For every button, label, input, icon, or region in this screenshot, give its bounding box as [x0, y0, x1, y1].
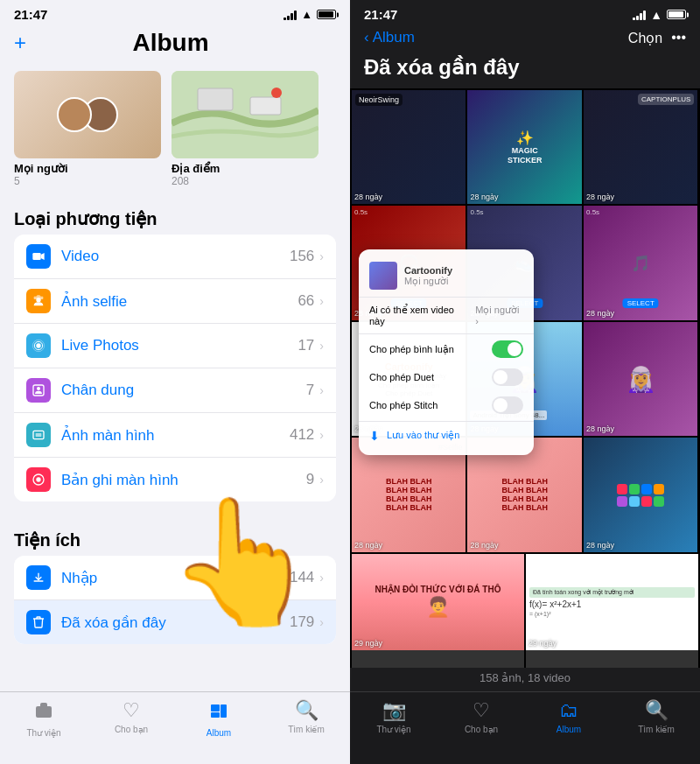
svg-rect-19	[220, 704, 227, 718]
video-album-item[interactable]: Video 156 ›	[14, 235, 336, 279]
photo-thumb: BLAH BLAHBLAH BLAHBLAH BLAHBLAH BLAH #Se…	[352, 438, 466, 551]
search-tab-icon: 🔍	[295, 699, 318, 722]
places-thumbnail	[172, 71, 318, 158]
days-badge: 28 ngày	[470, 193, 498, 201]
for-you-tab[interactable]: ♡ Cho bạn	[88, 699, 175, 734]
right-album-tab[interactable]: 🗂 Album	[525, 699, 612, 734]
import-chevron-icon: ›	[319, 571, 324, 585]
left-header-title: Album	[26, 29, 315, 57]
screen-recordings-chevron-icon: ›	[319, 473, 324, 487]
popup-video-thumbnail	[369, 262, 397, 290]
days-badge: 28 ngày	[586, 424, 614, 433]
album-tab[interactable]: Album	[175, 699, 262, 738]
popup-comments-toggle[interactable]	[492, 340, 523, 358]
photo-thumb: 🧝‍♀️ 28 ngày	[584, 322, 697, 436]
video-icon	[26, 244, 51, 269]
selfie-count: 66	[298, 292, 314, 310]
cartoonify-popup: Cartoonify Mọi người Ai có thể xem video…	[359, 249, 534, 455]
live-photos-album-item[interactable]: Live Photos 17 ›	[14, 324, 336, 368]
photos-count: 158 ảnh, 18 video	[350, 668, 700, 691]
photo-thumb: CAPTIONPLUS 28 ngày	[584, 90, 697, 204]
popup-who-value: Mọi người ›	[475, 305, 523, 326]
screen-recordings-count: 9	[306, 471, 314, 488]
screen-recordings-album-item[interactable]: Bản ghi màn hình 9 ›	[14, 458, 336, 501]
svg-marker-5	[41, 253, 45, 260]
right-search-tab[interactable]: 🔍 Tìm kiếm	[612, 699, 700, 734]
popup-save-icon: ⬇	[369, 429, 380, 443]
people-album[interactable]: Mọi người 5	[14, 71, 161, 187]
portrait-chevron-icon: ›	[319, 383, 324, 397]
search-tab[interactable]: 🔍 Tìm kiếm	[262, 699, 350, 734]
right-tab-bar: 📷 Thư viện ♡ Cho bạn 🗂 Album 🔍 Tìm kiếm	[350, 691, 700, 764]
popup-stitch-toggle[interactable]	[492, 396, 523, 414]
photo-cell[interactable]: 28 ngày	[584, 438, 697, 551]
photo-cell[interactable]: NHẬN ĐÒI THỨC VỚI ĐÁ THÔ 🧑‍🦱 29 ngày	[352, 554, 524, 668]
right-status-bar: 21:47 ▲	[350, 0, 700, 25]
recently-deleted-chevron-icon: ›	[319, 615, 324, 629]
svg-rect-17	[211, 704, 220, 711]
more-button[interactable]: •••	[671, 30, 686, 46]
svg-point-15	[36, 477, 40, 481]
photo-cell[interactable]: 🧝‍♀️ 28 ngày	[584, 322, 697, 436]
svg-rect-2	[250, 97, 281, 115]
places-album[interactable]: Địa điểm 208	[172, 71, 318, 187]
popup-allow-comments[interactable]: Cho phép bình luận	[359, 335, 534, 363]
days-badge: 28 ngày	[586, 193, 614, 201]
photo-row: NeoirSwing 28 ngày ✨ MAGICSTICKER 28 ngà…	[352, 90, 698, 204]
wifi-icon: ▲	[301, 8, 312, 21]
battery-icon	[317, 10, 336, 19]
popup-save-label: Lưu vào thư viện	[387, 430, 459, 441]
popup-stitch-label: Cho phép Stitch	[369, 400, 438, 410]
back-button[interactable]: ‹ Album	[364, 29, 415, 46]
recently-deleted-icon	[26, 610, 51, 634]
photo-thumb: 🎵 SELECT 0.5s 28 ngày	[584, 206, 697, 319]
recently-deleted-album-item[interactable]: Đã xóa gần đây 179 ›	[14, 600, 336, 644]
days-badge: 28 ngày	[354, 541, 382, 550]
library-tab[interactable]: Thư viện	[0, 699, 88, 738]
photo-cell[interactable]: NeoirSwing 28 ngày	[352, 90, 466, 204]
portrait-album-item[interactable]: Chân dung 7 ›	[14, 368, 336, 413]
selfie-chevron-icon: ›	[319, 294, 324, 308]
photo-cell[interactable]: BLAH BLAHBLAH BLAHBLAH BLAHBLAH BLAH 28 …	[467, 438, 581, 551]
photo-thumb: NeoirSwing 28 ngày	[352, 90, 466, 204]
photo-cell[interactable]: Đã tính toán xong với một trường mới f(x…	[526, 554, 698, 668]
right-for-you-tab-icon: ♡	[472, 699, 490, 722]
popup-save-row[interactable]: ⬇ Lưu vào thư viện	[359, 424, 534, 448]
svg-rect-18	[211, 712, 220, 718]
popup-allow-stitch[interactable]: Cho phép Stitch	[359, 391, 534, 419]
left-header: + Album	[0, 25, 350, 64]
people-album-count: 5	[14, 175, 20, 187]
popup-who-can-watch[interactable]: Ai có thể xem video này Mọi người ›	[359, 299, 534, 332]
screenshots-album-item[interactable]: Ảnh màn hình 412 ›	[14, 413, 336, 458]
photo-cell[interactable]: CAPTIONPLUS 28 ngày	[584, 90, 697, 204]
right-header: ‹ Album Chọn •••	[350, 25, 700, 53]
photo-cell[interactable]: ✨ MAGICSTICKER 28 ngày	[467, 90, 581, 204]
select-button[interactable]: Chọn	[628, 30, 662, 46]
right-library-tab[interactable]: 📷 Thư viện	[350, 699, 438, 734]
signal-icon	[284, 10, 297, 20]
left-scroll-area: Mọi người 5 Địa điểm 208	[0, 64, 350, 691]
popup-video-row: Cartoonify Mọi người	[359, 256, 534, 295]
import-album-item[interactable]: Nhập 144 ›	[14, 556, 336, 600]
photo-thumb: ✨ MAGICSTICKER 28 ngày	[467, 90, 581, 204]
svg-rect-4	[32, 253, 40, 260]
photo-cell[interactable]: 🎵 SELECT 0.5s 28 ngày	[584, 206, 697, 319]
live-photos-count: 17	[298, 337, 314, 354]
photo-thumb: NHẬN ĐÒI THỨC VỚI ĐÁ THÔ 🧑‍🦱 29 ngày	[352, 554, 524, 650]
right-status-icons: ▲	[633, 8, 686, 22]
popup-allow-duet[interactable]: Cho phép Duet	[359, 363, 534, 391]
photo-cell[interactable]: BLAH BLAHBLAH BLAHBLAH BLAHBLAH BLAH #Se…	[352, 438, 466, 551]
library-tab-label: Thư viện	[26, 728, 60, 738]
live-photos-chevron-icon: ›	[319, 339, 324, 353]
right-panel: 21:47 ▲ ‹ Album Chọn ••• Đã xóa gần đây	[350, 0, 700, 764]
popup-duet-toggle[interactable]	[492, 368, 523, 386]
selfie-album-item[interactable]: Ảnh selfie 66 ›	[14, 279, 336, 324]
add-album-button[interactable]: +	[14, 31, 26, 55]
screen-recordings-label: Bản ghi màn hình	[61, 471, 306, 489]
left-status-bar: 21:47 ▲	[0, 0, 350, 25]
popup-comments-label: Cho phép bình luận	[369, 344, 454, 355]
left-panel: 21:47 ▲ + Album	[0, 0, 350, 764]
right-for-you-tab[interactable]: ♡ Cho bạn	[438, 699, 525, 734]
photo-thumb: Đã tính toán xong với một trường mới f(x…	[526, 554, 698, 650]
portrait-count: 7	[306, 382, 314, 399]
